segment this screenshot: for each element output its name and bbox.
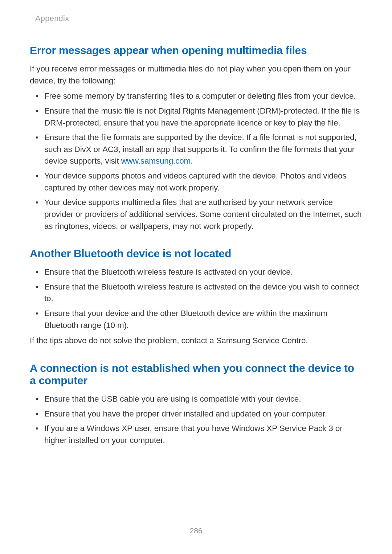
list-item-text: Ensure that your device and the other Bl… [44,309,327,330]
section-heading: Error messages appear when opening multi… [30,44,363,57]
list-item-text: Ensure that you have the proper driver i… [44,409,327,418]
list-item-text: Ensure that the music file is not Digita… [44,106,360,127]
list-item-text: Your device supports multimedia files th… [44,198,362,230]
list-item: Ensure that the Bluetooth wireless featu… [30,281,363,305]
list-item: Ensure that your device and the other Bl… [30,308,363,331]
page-number: 286 [0,526,392,535]
list-item: Your device supports multimedia files th… [30,197,363,232]
section-outro: If the tips above do not solve the probl… [30,335,363,347]
bullet-list: Ensure that the Bluetooth wireless featu… [30,266,363,331]
section-intro: If you receive error messages or multime… [30,63,363,87]
list-item: Ensure that the USB cable you are using … [30,393,363,405]
list-item-text: If you are a Windows XP user, ensure tha… [44,424,343,445]
list-item-text: Ensure that the USB cable you are using … [44,394,301,403]
list-item: Free some memory by transferring files t… [30,90,363,102]
bullet-list: Free some memory by transferring files t… [30,90,363,232]
list-item: Ensure that the music file is not Digita… [30,105,363,129]
document-page: Appendix Error messages appear when open… [0,0,392,446]
header-rule [30,10,30,22]
header-section-name: Appendix [35,14,69,23]
section-heading: A connection is not established when you… [30,362,363,387]
list-item-text: Free some memory by transferring files t… [44,91,356,100]
list-item-text: Your device supports photos and videos c… [44,171,346,192]
list-item: Your device supports photos and videos c… [30,170,363,194]
running-header: Appendix [30,14,363,23]
list-item: If you are a Windows XP user, ensure tha… [30,423,363,446]
list-item-text-before: Ensure that the file formats are support… [44,133,356,165]
list-item-text-after: . [191,156,193,165]
section-error-messages: Error messages appear when opening multi… [30,44,363,232]
list-item: Ensure that the file formats are support… [30,132,363,167]
list-item: Ensure that you have the proper driver i… [30,408,363,420]
section-usb-connection: A connection is not established when you… [30,362,363,447]
list-item: Ensure that the Bluetooth wireless featu… [30,266,363,278]
section-heading: Another Bluetooth device is not located [30,247,363,260]
list-item-text: Ensure that the Bluetooth wireless featu… [44,267,293,276]
external-link[interactable]: www.samsung.com [121,156,191,165]
bullet-list: Ensure that the USB cable you are using … [30,393,363,447]
section-bluetooth: Another Bluetooth device is not located … [30,247,363,347]
list-item-text: Ensure that the Bluetooth wireless featu… [44,282,359,303]
